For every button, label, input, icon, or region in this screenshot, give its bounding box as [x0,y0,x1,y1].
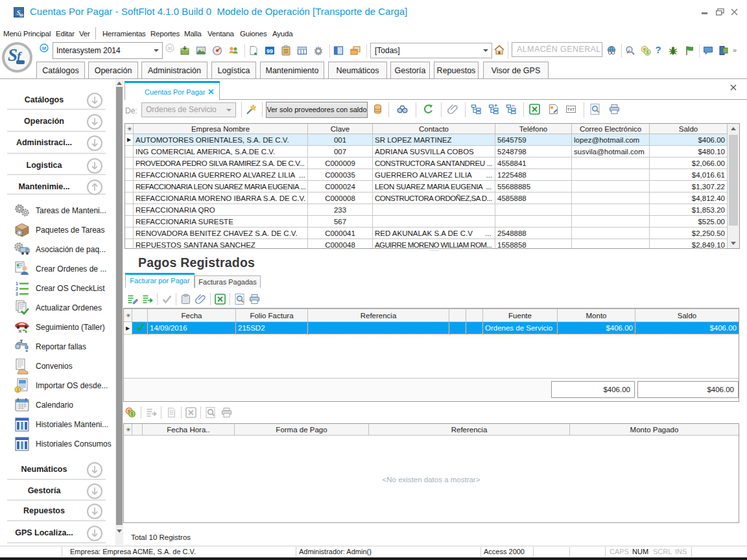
svg-text:M: M [42,45,47,51]
svg-text:M: M [168,45,172,51]
svg-text:99: 99 [267,48,273,54]
